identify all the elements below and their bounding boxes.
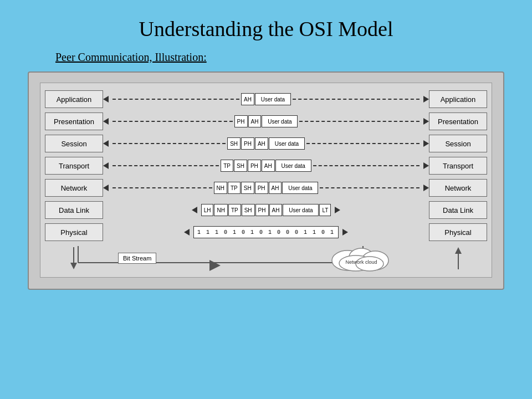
arrow-right-network [423,185,429,191]
data-box-ph: PH [234,115,248,127]
data-box-ah5: AH [269,182,282,194]
subtitle: Peer Communication, Illustration: [55,51,207,64]
data-box-userdata6: User data [283,204,319,216]
svg-marker-5 [209,260,221,271]
arrow-left-transport [103,162,109,169]
layer-middle-session: SH PH AH User data [103,135,429,152]
data-box-sh: SH [227,137,241,150]
data-boxes-network: NH TP SH PH AH User data [214,182,319,194]
data-box-userdata3: User data [269,137,305,150]
data-box-ph4: PH [255,182,268,194]
label-right-network: Network [429,179,487,197]
arrow-right-session [423,140,429,147]
layer-row-network: Network NH TP SH PH AH User data [45,177,487,198]
layer-middle-physical: 1 1 1 0 1 0 1 0 1 0 0 0 1 1 0 1 [103,223,429,241]
layer-middle-presentation: PH AH User data [103,112,429,130]
arrow-right-transport [423,162,429,169]
data-box-nh2: NH [214,204,227,216]
data-box-userdata: User data [255,93,291,105]
data-box-nh: NH [214,182,227,194]
data-boxes-transport: TP SH PH AH User data [221,160,311,172]
data-boxes-application: AH User data [241,93,291,105]
network-cloud: Network cloud [325,244,397,272]
svg-marker-13 [455,247,462,254]
data-box-ah4: AH [262,160,275,172]
arrow-left-physical [184,229,190,236]
page-title: Understanding the OSI Model [139,17,393,41]
data-boxes-session: SH PH AH User data [227,137,305,150]
label-left-network: Network [45,179,103,197]
data-box-ah6: AH [269,204,283,216]
bits-display: 1 1 1 0 1 0 1 0 1 0 0 0 1 1 0 1 [193,226,339,238]
data-box-userdata2: User data [262,115,298,127]
label-right-transport: Transport [429,157,487,175]
data-box-ph3: PH [248,160,261,172]
arrow-left-application [103,96,109,103]
arrow-right-application [423,96,429,103]
label-right-session: Session [429,135,487,152]
label-left-application: Application [45,90,103,108]
data-box-ah: AH [241,93,254,105]
bit-stream-label: Bit Stream [118,253,156,264]
arrow-right-presentation [423,118,429,125]
layer-row-presentation: Presentation PH AH User data Pre [45,111,487,132]
data-box-ah2: AH [248,115,262,127]
label-left-transport: Transport [45,157,103,175]
arrow-left-presentation [103,118,109,125]
data-box-sh2: SH [234,160,247,172]
data-box-lh: LH [201,204,214,216]
data-box-ph5: PH [255,204,269,216]
label-right-physical: Physical [429,223,487,241]
data-boxes-presentation: PH AH User data [234,115,298,127]
page: Understanding the OSI Model Peer Communi… [0,0,532,399]
diagram-container: Application AH User data Application [28,71,504,290]
layer-middle-application: AH User data [103,90,429,108]
label-left-physical: Physical [45,223,103,241]
arrow-up-right [454,247,463,269]
data-box-lt: LT [319,204,331,216]
bottom-section: Bit Stream Network cloud [40,243,492,274]
data-box-tp: TP [221,160,233,172]
label-right-datalink: Data Link [429,201,487,219]
layer-row-physical: Physical 1 1 1 0 1 0 1 0 1 0 0 0 1 1 0 1… [45,222,487,243]
label-left-datalink: Data Link [45,201,103,219]
diagram-inner: Application AH User data Application [40,83,492,278]
data-box-ph2: PH [241,137,254,150]
arrow-left-network [103,185,109,191]
layer-row-application: Application AH User data Application [45,89,487,110]
label-right-application: Application [429,90,487,108]
data-box-userdata5: User data [282,182,318,194]
arrow-right-datalink [335,207,340,213]
data-box-sh3: SH [241,182,254,194]
label-right-presentation: Presentation [429,112,487,130]
label-left-presentation: Presentation [45,112,103,130]
data-box-tp2: TP [228,182,241,194]
layer-row-session: Session SH PH AH User data [45,133,487,154]
layer-middle-network: NH TP SH PH AH User data [103,179,429,197]
arrow-left-datalink [192,207,197,213]
data-box-ah3: AH [255,137,268,150]
arrow-right-physical [342,229,348,236]
data-box-sh4: SH [242,204,255,216]
svg-text:Network cloud: Network cloud [345,259,377,265]
data-box-tp3: TP [228,204,241,216]
data-boxes-datalink: LH NH TP SH PH AH User data LT [201,204,331,216]
layer-row-transport: Transport TP SH PH AH User data [45,155,487,176]
data-box-userdata4: User data [275,160,311,172]
layer-middle-datalink: LH NH TP SH PH AH User data LT [103,201,429,219]
layer-middle-transport: TP SH PH AH User data [103,157,429,175]
label-left-session: Session [45,135,103,152]
layer-row-datalink: Data Link LH NH TP SH PH AH User data LT [45,200,487,221]
arrow-left-session [103,140,109,147]
